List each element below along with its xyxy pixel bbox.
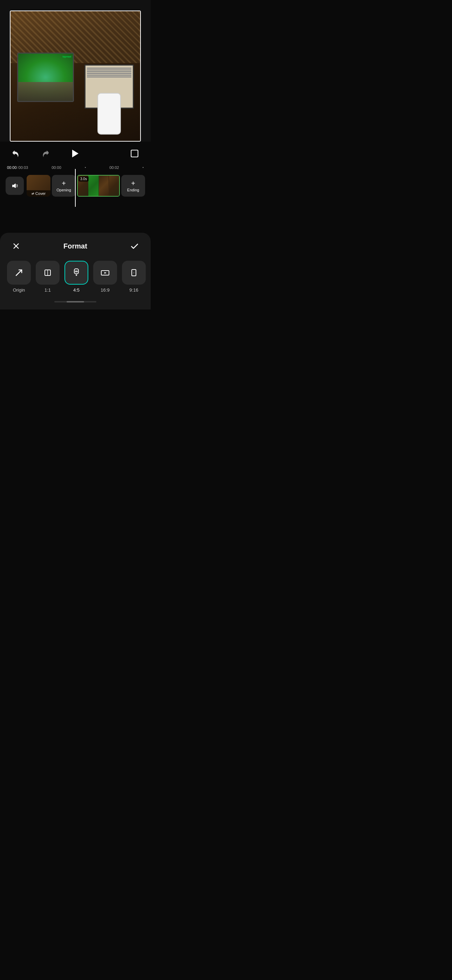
format-options-list: Origin 1:1 (0, 258, 151, 298)
redo-button[interactable] (39, 147, 51, 160)
svg-rect-0 (131, 150, 138, 157)
clip-frame-3 (99, 176, 109, 196)
format-option-16-9[interactable]: 16:9 (93, 261, 117, 293)
video-thumbnail: tapmad (11, 11, 140, 141)
format-close-button[interactable] (10, 240, 22, 252)
clip-duration-badge: 3.0s (78, 176, 89, 181)
format-option-origin[interactable]: Origin (7, 261, 31, 293)
opening-label: Opening (56, 188, 71, 192)
format-label-1-1: 1:1 (45, 287, 51, 293)
playhead (75, 169, 76, 207)
svg-marker-14 (104, 272, 107, 274)
format-icon-1-1 (36, 261, 60, 285)
opening-plus-icon: + (62, 180, 66, 187)
format-title: Format (64, 242, 87, 250)
ending-label: Ending (127, 188, 139, 192)
hand-with-phone (97, 93, 121, 134)
video-preview-area: tapmad (0, 0, 151, 142)
video-frame: tapmad (10, 11, 141, 142)
mid-timestamp: 00:00 (51, 165, 61, 170)
scroll-indicator (54, 301, 96, 302)
cover-label: ⇌ Cover (27, 190, 51, 197)
svg-text:♪: ♪ (133, 271, 135, 274)
cover-thumbnail (27, 175, 51, 190)
format-confirm-button[interactable] (128, 240, 141, 252)
format-icon-16-9 (93, 261, 117, 285)
end-timestamp: 00:02 (109, 165, 119, 170)
scroll-thumb (67, 301, 84, 302)
format-option-9-16[interactable]: ♪ 9:16 (122, 261, 146, 293)
format-icon-9-16: ♪ (122, 261, 146, 285)
undo-button[interactable] (10, 147, 22, 160)
format-label-origin: Origin (13, 287, 25, 293)
format-panel: Format Origin (0, 233, 151, 310)
format-header: Format (0, 233, 151, 258)
svg-line-7 (16, 270, 22, 275)
format-label-9-16: 9:16 (129, 287, 138, 293)
cover-chip[interactable]: ⇌ Cover (27, 175, 51, 197)
clip-frame-2 (88, 176, 99, 196)
laptop-content (86, 65, 133, 80)
clip-frame-4 (109, 176, 119, 196)
clip-strip-wrapper[interactable]: 3.0s (77, 175, 120, 197)
timeline-bar: 00:00 / 00:03 00:00 • 00:02 • (0, 165, 151, 202)
format-icon-4-5 (64, 261, 88, 285)
tapmad-watermark: tapmad (62, 56, 71, 58)
format-option-1-1[interactable]: 1:1 (36, 261, 60, 293)
opening-chip[interactable]: + Opening (52, 175, 76, 197)
svg-rect-12 (75, 270, 78, 272)
tv-screen: tapmad (17, 52, 74, 102)
audio-chip[interactable] (6, 177, 24, 195)
format-icon-origin (7, 261, 31, 285)
svg-rect-1 (12, 185, 14, 187)
current-time: 00:00 (7, 165, 17, 170)
controls-bar (0, 142, 151, 165)
fullscreen-button[interactable] (128, 147, 141, 160)
timeline-track: ⇌ Cover + Opening 3.0s + Ending (6, 172, 145, 200)
total-time: 00:03 (19, 165, 29, 170)
svg-point-11 (76, 274, 77, 276)
ending-plus-icon: + (131, 180, 135, 187)
format-label-4-5: 4:5 (73, 287, 80, 293)
ending-chip[interactable]: + Ending (121, 175, 145, 197)
play-button[interactable] (68, 146, 83, 161)
play-icon (72, 150, 78, 158)
format-label-16-9: 16:9 (100, 287, 109, 293)
format-option-4-5[interactable]: 4:5 (64, 261, 88, 293)
audio-icon (10, 181, 20, 191)
